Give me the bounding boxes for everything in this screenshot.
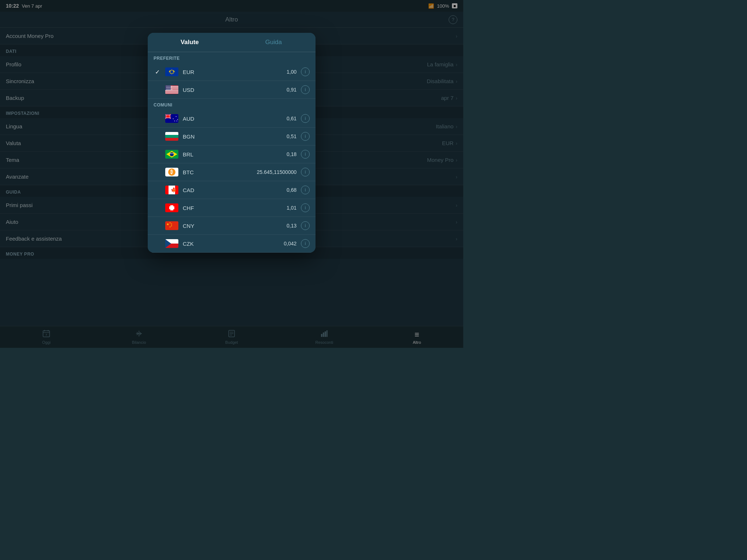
currency-info-cny[interactable]: i (301, 221, 310, 230)
flag-btc: ₿ (165, 168, 178, 176)
currency-info-usd[interactable]: i (301, 85, 310, 94)
tab-guida[interactable]: Guida (232, 33, 316, 52)
svg-rect-43 (165, 135, 178, 138)
currency-row-chf[interactable]: CHF 1,01 i (148, 199, 316, 217)
currency-info-brl[interactable]: i (301, 150, 310, 159)
currency-info-chf[interactable]: i (301, 203, 310, 212)
flag-chf (165, 203, 178, 212)
currency-info-aud[interactable]: i (301, 114, 310, 123)
currency-rate-czk: 0,042 (284, 241, 297, 246)
svg-rect-42 (165, 132, 178, 135)
currency-row-btc[interactable]: ₿ BTC 25.645,11500000 i (148, 163, 316, 181)
currency-rate-cad: 0,68 (287, 187, 297, 193)
flag-cny: ★ ★ ★ ★ ★ (165, 221, 178, 230)
svg-text:★: ★ (174, 120, 175, 122)
currency-rate-eur: 1,00 (287, 69, 297, 75)
currency-code-cny: CNY (183, 223, 282, 229)
svg-text:₿: ₿ (170, 169, 173, 175)
svg-rect-0 (165, 67, 178, 76)
currency-info-btc[interactable]: i (301, 168, 310, 176)
svg-rect-19 (165, 92, 178, 92)
currency-code-bgn: BGN (183, 133, 282, 140)
currency-row-czk[interactable]: CZK 0,042 i (148, 235, 316, 253)
currency-info-bgn[interactable]: i (301, 132, 310, 141)
svg-point-47 (170, 152, 174, 156)
currency-row-usd[interactable]: ★★★★★★ ★★★★★ ★★★★★★ ★★★★★ ★★★★★★ USD 0,9… (148, 81, 316, 99)
currency-rate-aud: 0,61 (287, 116, 297, 121)
flag-czk (165, 239, 178, 248)
flag-cad: 🍁 (165, 186, 178, 194)
currency-rate-chf: 1,01 (287, 205, 297, 211)
currency-row-cny[interactable]: ★ ★ ★ ★ ★ CNY 0,13 i (148, 217, 316, 235)
flag-eur (165, 67, 178, 76)
tab-valute[interactable]: Valute (148, 33, 232, 52)
currency-code-btc: BTC (183, 169, 252, 175)
currency-code-usd: USD (183, 87, 282, 93)
svg-rect-20 (165, 93, 178, 93)
svg-text:★: ★ (166, 222, 169, 226)
currency-section-preferite: PREFERITE (148, 52, 316, 63)
modal-header: Valute Guida (148, 33, 316, 52)
currency-section-comuni: COMUNI (148, 99, 316, 110)
svg-text:★: ★ (175, 116, 177, 117)
svg-text:★★★★★★: ★★★★★★ (166, 89, 173, 90)
currency-row-aud[interactable]: ★ ★ ★ ★ ★ AUD 0,61 i (148, 110, 316, 128)
currency-row-cad[interactable]: 🍁 CAD 0,68 i (148, 181, 316, 199)
currency-code-aud: AUD (183, 116, 282, 122)
svg-text:🍁: 🍁 (171, 187, 177, 193)
currency-info-eur[interactable]: i (301, 67, 310, 76)
flag-brl (165, 150, 178, 159)
currency-modal: Valute Guida PREFERITE ✓ (148, 33, 316, 253)
currency-rate-usd: 0,91 (287, 87, 297, 93)
currency-rate-btc: 25.645,11500000 (257, 169, 297, 175)
currency-row-brl[interactable]: BRL 0,18 i (148, 145, 316, 163)
currency-code-czk: CZK (183, 241, 279, 247)
currency-code-eur: EUR (183, 69, 282, 75)
flag-usd: ★★★★★★ ★★★★★ ★★★★★★ ★★★★★ ★★★★★★ (165, 85, 178, 94)
currency-code-chf: CHF (183, 205, 282, 211)
svg-text:★: ★ (173, 118, 174, 120)
svg-rect-44 (165, 138, 178, 141)
svg-rect-51 (165, 186, 169, 194)
currency-code-brl: BRL (183, 151, 282, 158)
currency-code-cad: CAD (183, 187, 282, 193)
modal-currency-list: PREFERITE ✓ (148, 52, 316, 253)
currency-row-eur[interactable]: ✓ (148, 63, 316, 81)
currency-rate-cny: 0,13 (287, 223, 297, 229)
modal-overlay[interactable]: Valute Guida PREFERITE ✓ (0, 0, 463, 348)
currency-rate-bgn: 0,51 (287, 133, 297, 139)
flag-aud: ★ ★ ★ ★ ★ (165, 114, 178, 123)
currency-check-eur: ✓ (154, 69, 161, 75)
svg-text:★: ★ (176, 120, 178, 122)
currency-info-czk[interactable]: i (301, 239, 310, 248)
flag-bgn (165, 132, 178, 141)
svg-rect-57 (169, 206, 174, 209)
currency-rate-brl: 0,18 (287, 151, 297, 157)
currency-row-bgn[interactable]: BGN 0,51 i (148, 128, 316, 145)
currency-info-cad[interactable]: i (301, 186, 310, 194)
